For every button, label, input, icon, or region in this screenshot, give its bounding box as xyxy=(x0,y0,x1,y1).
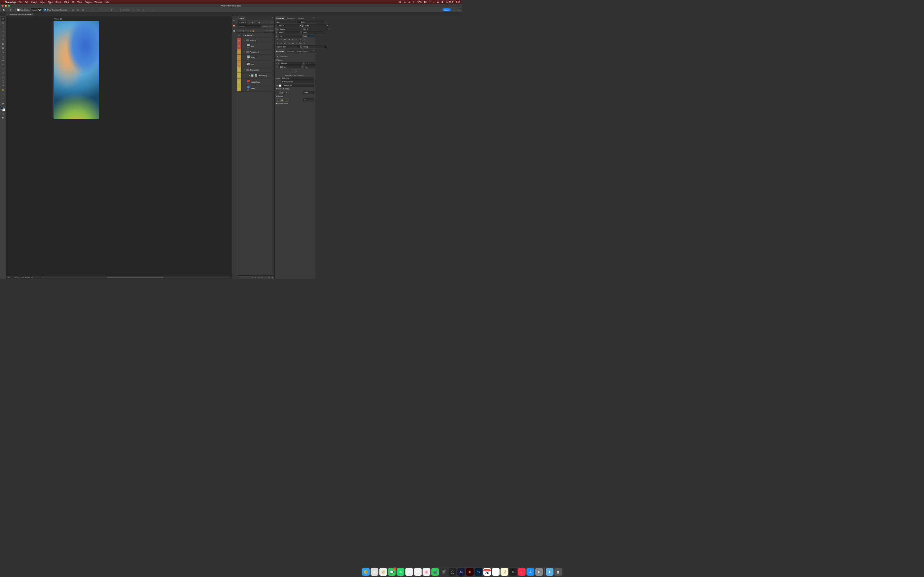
grid-icon[interactable]: ▦ xyxy=(280,91,284,94)
tool-preset-dropdown[interactable]: ▾ xyxy=(13,9,13,11)
lock-artboard-icon[interactable]: ▣ xyxy=(250,30,251,32)
font-family-select[interactable] xyxy=(276,21,298,23)
canvas-viewport[interactable]: Artboard 1 xyxy=(6,16,231,276)
menu-select[interactable]: Select xyxy=(55,1,61,3)
zoom-level[interactable]: 50% xyxy=(7,276,10,278)
guides-icon[interactable]: ⊞ xyxy=(285,91,288,94)
fill-swatch[interactable] xyxy=(279,84,281,87)
visibility-toggle[interactable]: 👁 xyxy=(237,61,242,67)
new-group-icon[interactable]: ▢ xyxy=(265,276,267,278)
visibility-toggle[interactable]: 👁 xyxy=(237,55,242,61)
align-left-icon[interactable]: ▤ xyxy=(71,8,75,11)
marquee-tool[interactable]: ⬚ xyxy=(1,25,5,29)
menu-image[interactable]: Image xyxy=(31,1,37,3)
underline-button[interactable]: T xyxy=(299,38,302,41)
visibility-toggle[interactable]: 👁 xyxy=(237,67,242,72)
chevron-down-icon[interactable]: ▾ xyxy=(329,27,330,31)
character-tab[interactable]: Character xyxy=(275,16,286,20)
doc-info[interactable]: 1170 px x 2532 px (460 ppi) xyxy=(13,276,33,278)
antialiasing-select[interactable] xyxy=(302,45,325,48)
menu-filter[interactable]: Filter xyxy=(64,1,69,3)
bold-button[interactable]: T xyxy=(276,38,279,41)
delete-layer-icon[interactable]: 🗑 xyxy=(271,276,273,278)
visibility-toggle[interactable]: 👁 xyxy=(237,43,242,49)
visibility-toggle[interactable]: 👁 xyxy=(237,49,242,54)
siri-icon[interactable]: ◉ xyxy=(441,1,443,3)
chevron-down-icon[interactable]: ▾ xyxy=(300,24,301,27)
layer-comps-tab[interactable]: Layer Comps xyxy=(296,49,310,53)
titling-button[interactable]: ad xyxy=(291,42,294,45)
display-icon[interactable]: ▭ xyxy=(404,1,406,3)
foreground-color-swatch[interactable] xyxy=(1,107,3,110)
smallcaps-button[interactable]: Tᴛ xyxy=(287,38,291,41)
link-layers-icon[interactable]: ⧉ xyxy=(252,276,253,279)
allcaps-button[interactable]: TT xyxy=(283,38,287,41)
layer-row-artboard[interactable]: 👁 ▾ Artboard 1 xyxy=(237,33,274,38)
lock-position-icon[interactable]: ✥ xyxy=(247,30,249,32)
menu-type[interactable]: Type xyxy=(48,1,53,3)
lock-pixels-icon[interactable]: ✎ xyxy=(245,30,246,32)
link-wh-icon[interactable]: ⟐ xyxy=(276,63,277,64)
auto-select-checkbox[interactable]: Auto-Select: xyxy=(17,9,29,11)
search-icon[interactable]: ⌕ xyxy=(433,1,435,3)
chevron-down-icon[interactable]: ▾ xyxy=(326,24,328,27)
glyphs-tab[interactable]: Glyphs xyxy=(297,16,305,20)
eyedropper-tool[interactable]: ⚀ xyxy=(1,46,5,50)
libraries-tab[interactable]: Libraries xyxy=(286,49,296,53)
add-mask-icon[interactable]: ◫ xyxy=(258,276,260,278)
chevron-down-icon[interactable]: ▾ xyxy=(298,21,300,23)
old-style-button[interactable]: σ xyxy=(279,42,283,45)
window-close[interactable] xyxy=(2,5,3,7)
fill-value[interactable]: 100% xyxy=(269,30,273,32)
baseline-input[interactable] xyxy=(279,35,302,37)
opacity-value[interactable]: 100% xyxy=(269,26,273,27)
rulers-unit-select[interactable]: Pixels xyxy=(303,91,314,94)
properties-tab[interactable]: Properties xyxy=(275,49,286,53)
bit-depth-select[interactable]: 8 Bits/Channel xyxy=(281,81,314,83)
filter-toggle-icon[interactable]: ⊙ xyxy=(270,21,273,24)
orientation-portrait-icon[interactable]: ▯ xyxy=(291,69,294,73)
date-text[interactable]: so 20.8. xyxy=(446,1,453,3)
time-text[interactable]: 2:16 xyxy=(456,1,460,3)
layer-row-group-foreground[interactable]: 👁 ▾Foreground xyxy=(237,49,274,55)
type-tool[interactable]: T xyxy=(1,63,5,67)
wifi-icon[interactable]: ⌔ xyxy=(429,1,431,3)
visibility-toggle[interactable]: 👁 xyxy=(237,33,242,37)
chevron-down-icon[interactable]: ▾ xyxy=(276,88,277,90)
panel-menu-icon[interactable]: ≡ xyxy=(312,16,315,20)
battery-icon[interactable]: ▮▯ xyxy=(424,1,427,3)
rectangle-tool[interactable]: ▭ xyxy=(1,59,5,63)
font-style-select[interactable] xyxy=(300,21,322,23)
height-input[interactable] xyxy=(279,65,301,68)
new-layer-icon[interactable]: ⊞ xyxy=(268,276,270,278)
lock-transparency-icon[interactable]: ▦ xyxy=(242,30,244,32)
stylistic-button[interactable]: st xyxy=(283,42,287,45)
chevron-down-icon[interactable]: ▾ xyxy=(276,103,277,105)
document-tab[interactable]: × wwdc.psd @ 50% (RGB/8#) * xyxy=(6,13,34,16)
strikethrough-button[interactable]: T xyxy=(302,38,306,41)
superscript-button[interactable]: T¹ xyxy=(291,38,294,41)
filter-shape-icon[interactable]: ▣ xyxy=(258,21,261,24)
chevron-down-icon[interactable]: ▾ xyxy=(302,27,303,31)
frame-tool[interactable]: ▣ xyxy=(1,42,5,46)
layer-row-body[interactable]: 👁 ▫Body xyxy=(237,55,274,61)
layer-fx-icon[interactable]: fx xyxy=(255,276,256,278)
lasso-tool[interactable]: ⟉ xyxy=(1,29,5,33)
color-mode-select[interactable]: RGB Color xyxy=(281,77,314,80)
chevron-down-icon[interactable]: ▾ xyxy=(276,59,277,61)
subscript-button[interactable]: T₁ xyxy=(295,38,298,41)
layers-tab[interactable]: Layers xyxy=(237,16,246,20)
window-maximize[interactable] xyxy=(8,5,10,7)
adjustment-layer-icon[interactable]: ◐ xyxy=(262,276,263,278)
brush-tool[interactable]: ✎ xyxy=(1,50,5,54)
half-button[interactable]: ½ xyxy=(302,42,306,45)
layer-row-head[interactable]: 👁 ▫Head xyxy=(237,85,274,92)
leading-input[interactable] xyxy=(304,24,326,27)
filter-smart-icon[interactable]: ▫ xyxy=(262,21,265,24)
layer-row-leg[interactable]: 👁 Leg xyxy=(237,61,274,67)
align-bottom-icon[interactable]: ▁ xyxy=(104,8,108,11)
align-right-icon[interactable]: ▤ xyxy=(81,8,85,11)
custom-shape-tool[interactable]: ✦ xyxy=(1,84,5,87)
menu-plugins[interactable]: Plugins xyxy=(85,1,91,3)
stacks-icon[interactable]: ☰ xyxy=(409,1,410,3)
